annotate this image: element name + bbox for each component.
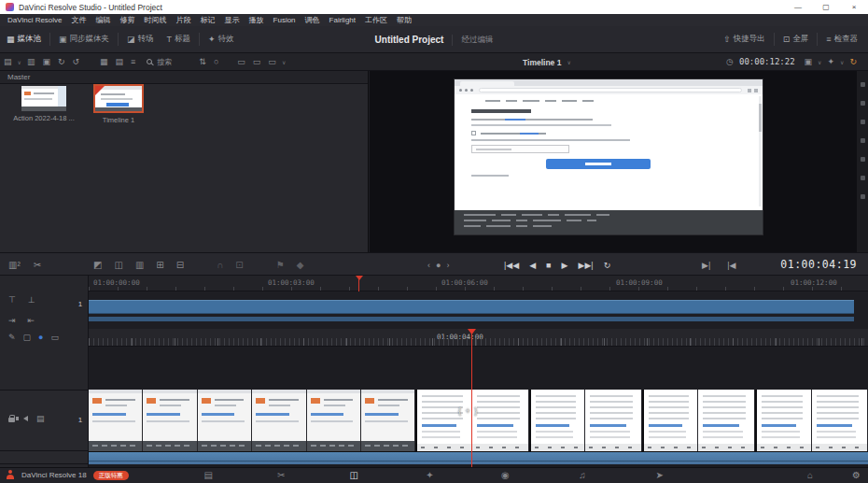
strip-view-icon[interactable]: ▤ <box>112 53 128 71</box>
bin-header[interactable]: Master <box>0 71 368 84</box>
prev-edit-icon[interactable]: |◀ <box>727 261 735 270</box>
chevron-down-icon[interactable]: ∨ <box>816 59 823 65</box>
film-track-icon[interactable]: ▤ <box>36 414 45 423</box>
panel-toggle-icon[interactable] <box>861 101 865 106</box>
page-tab-cut[interactable]: ✂ 快编 <box>275 470 287 483</box>
metadata-view-icon[interactable]: ▣ <box>38 53 54 71</box>
media-clip-timeline1[interactable]: Timeline 1 <box>86 84 151 124</box>
stop-button[interactable]: ■ <box>546 261 551 270</box>
page-tab-deliver[interactable]: ➤ 交付 <box>654 470 665 483</box>
sort-icon[interactable]: ⇅ <box>195 53 210 71</box>
maximize-button[interactable]: ▢ <box>812 0 840 14</box>
menu-fairlight[interactable]: Fairlight <box>325 16 360 24</box>
thumbnail-view-icon[interactable]: ▥ <box>23 53 39 71</box>
sync-status-icon[interactable]: ↻ <box>846 53 861 71</box>
page-tab-fusion[interactable]: ✦ Fusion <box>421 470 438 483</box>
single-viewer-icon[interactable]: ▭ <box>233 53 249 71</box>
menu-help[interactable]: 帮助 <box>392 15 416 25</box>
panel-toggle-icon[interactable] <box>861 82 865 87</box>
shorten-edit-icon[interactable]: ⇤ <box>28 316 35 325</box>
next-edit-icon[interactable]: ▶| <box>702 261 710 270</box>
page-tab-color[interactable]: ◉ 调色 <box>499 470 511 483</box>
marker-icon[interactable]: ◆ <box>297 260 304 270</box>
chevron-down-icon[interactable]: ∨ <box>280 59 287 65</box>
snap-icon[interactable]: ∩ <box>217 260 223 270</box>
list-view-icon[interactable]: ≡ <box>127 53 139 71</box>
jog-right-icon[interactable]: › <box>446 261 449 270</box>
minimize-button[interactable]: — <box>784 0 812 14</box>
fullscreen-button[interactable]: ⊡ 全屏 <box>777 26 816 52</box>
title-tool-icon[interactable]: ⊤ <box>8 295 16 305</box>
wand-icon[interactable]: ✦ <box>824 53 839 71</box>
undo-sync-icon[interactable]: ↺ <box>69 53 84 71</box>
search-button[interactable]: 搜索 <box>139 57 175 67</box>
first-frame-button[interactable]: |◀◀ <box>504 261 519 270</box>
last-frame-button[interactable]: ▶▶| <box>578 261 593 270</box>
link-clips-icon[interactable]: ⊡ <box>235 260 243 270</box>
timeline-view-options-icon[interactable]: ▥² <box>8 260 21 270</box>
chevron-down-icon[interactable]: ∨ <box>16 59 23 65</box>
speaker-icon[interactable] <box>23 416 28 421</box>
menu-edit[interactable]: 编辑 <box>91 15 116 25</box>
subtitle-tool-icon[interactable]: ⊥ <box>28 295 35 305</box>
extend-edit-icon[interactable]: ⇥ <box>8 316 16 325</box>
sync-bin-button[interactable]: ▣ 同步媒体夹 <box>52 26 116 52</box>
insert-clip-icon[interactable]: ⊞ <box>156 260 163 270</box>
timeline-ruler[interactable]: 01:00:04:00 <box>89 329 868 347</box>
bin-list-icon[interactable]: ▤ <box>0 53 16 71</box>
link-indicator-icon[interactable]: ● <box>38 333 43 342</box>
monitor-toggle-icon[interactable]: ▭ <box>51 333 60 342</box>
page-tab-media[interactable]: ▤ 媒体 <box>203 470 214 483</box>
razor-edit-icon[interactable]: ▥ <box>135 260 144 270</box>
camera-icon[interactable]: ▣ <box>801 53 817 71</box>
panel-toggle-icon[interactable] <box>861 120 865 124</box>
menu-workspace[interactable]: 工作区 <box>360 15 392 25</box>
effects-button[interactable]: ✦ 特效 <box>202 26 241 52</box>
flag-icon[interactable]: ⚑ <box>276 260 285 270</box>
panel-toggle-icon[interactable] <box>861 157 865 162</box>
play-button[interactable]: ▶ <box>562 261 568 270</box>
timeline-selector[interactable]: Timeline 1 ∨ <box>523 53 573 71</box>
cinema-viewer-icon[interactable]: ▭ <box>264 53 280 71</box>
menu-trim[interactable]: 修剪 <box>116 15 140 25</box>
lock-track-icon[interactable] <box>8 418 15 422</box>
razor-icon[interactable]: ✂ <box>34 260 41 270</box>
page-tab-edit[interactable]: ◫ 剪辑 <box>348 470 359 483</box>
menu-timeline[interactable]: 时间线 <box>140 15 172 25</box>
project-manager-icon[interactable]: ⌂ <box>807 470 813 480</box>
close-button[interactable]: × <box>840 0 868 14</box>
play-reverse-button[interactable]: ◀ <box>529 261 536 270</box>
keyframe-icon[interactable]: ▢ <box>23 333 32 342</box>
overwrite-clip-icon[interactable]: ⊟ <box>176 260 184 270</box>
chevron-down-icon[interactable]: ∨ <box>838 59 846 65</box>
refresh-icon[interactable]: ↻ <box>54 53 69 71</box>
video-clip-strip[interactable] <box>89 390 868 451</box>
jog-shuttle-icon[interactable]: ● <box>436 261 441 270</box>
menu-davinci-resolve[interactable]: DaVinci Resolve <box>3 16 67 24</box>
overview-audio-bar[interactable] <box>89 317 854 321</box>
menu-clip[interactable]: 片段 <box>172 15 196 25</box>
panel-toggle-icon[interactable] <box>861 176 865 180</box>
jog-left-icon[interactable]: ‹ <box>427 261 430 270</box>
loop-button[interactable]: ↻ <box>604 261 611 270</box>
page-tab-fairlight[interactable]: ♫ Fairlight <box>572 470 592 483</box>
media-pool-button[interactable]: ▦ 媒体池 <box>0 26 48 52</box>
project-settings-gear-icon[interactable]: ⚙ <box>852 470 861 480</box>
transitions-button[interactable]: ◪ 转场 <box>120 26 161 52</box>
media-clip-action[interactable]: Action 2022-4-18 ... <box>11 86 77 122</box>
menu-fusion[interactable]: Fusion <box>269 16 301 24</box>
menu-file[interactable]: 文件 <box>67 15 91 25</box>
menu-view[interactable]: 显示 <box>220 15 245 25</box>
quick-export-button[interactable]: ⇧ 快捷导出 <box>717 26 772 52</box>
menu-playback[interactable]: 播放 <box>245 15 269 25</box>
panel-toggle-icon[interactable] <box>861 138 865 143</box>
playhead-line[interactable] <box>471 329 472 467</box>
menu-color[interactable]: 调色 <box>301 15 325 25</box>
menu-mark[interactable]: 标记 <box>196 15 220 25</box>
dual-viewer-icon[interactable]: ▭ <box>249 53 265 71</box>
audio-clip-strip[interactable] <box>89 451 868 464</box>
draw-tool-icon[interactable]: ✎ <box>8 333 16 342</box>
overview-video-bar[interactable] <box>89 300 854 314</box>
grid-view-icon[interactable]: ▦ <box>96 53 112 71</box>
trim-edit-icon[interactable]: ◫ <box>114 260 122 270</box>
